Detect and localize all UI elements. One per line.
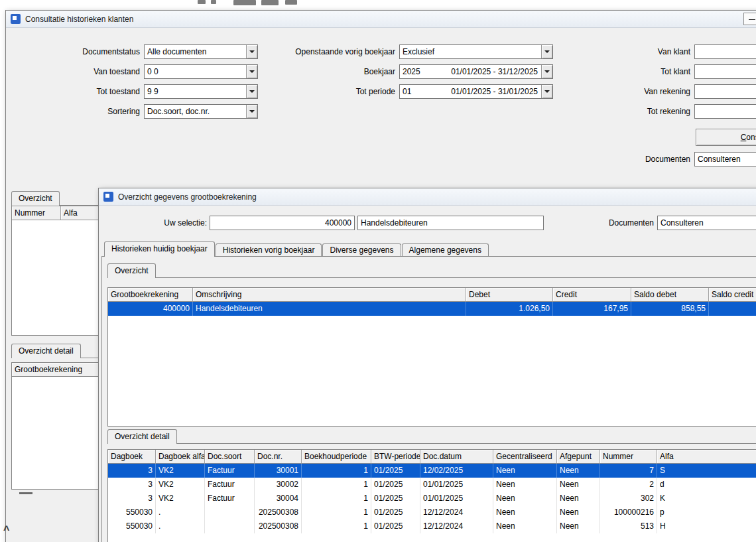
clipped-toolbar-artifact (198, 0, 206, 4)
column-header-nummer[interactable]: Nummer (12, 206, 61, 220)
column-header[interactable]: BTW-periode (371, 450, 420, 464)
sortering-select[interactable]: Doc.soort, doc.nr. (144, 104, 258, 119)
cell: VK2 (156, 478, 205, 492)
column-header-grootboekrekening[interactable]: Grootboekrekening (12, 363, 105, 377)
cell: 01/01/2025 (420, 478, 493, 492)
cell: Neen (493, 506, 557, 519)
minimize-button[interactable] (743, 13, 756, 25)
tot-klant-input[interactable] (694, 64, 756, 79)
window-title: Overzicht gegevens grootboekrekening (118, 192, 257, 202)
cell: Neen (557, 492, 600, 506)
tot-rekening-label: Tot rekening (571, 104, 690, 119)
selectie-code-input[interactable] (210, 216, 355, 230)
cell: 30001 (255, 464, 302, 478)
chevron-up-icon[interactable]: ^ (3, 525, 9, 535)
table-row[interactable]: 550030 . 202500308 1 01/2025 12/12/2024 … (108, 519, 756, 533)
boekjaar-label: Boekjaar (258, 64, 395, 79)
cell (205, 506, 255, 519)
uw-selectie-label: Uw selectie: (135, 216, 207, 230)
cell: 513 (600, 519, 657, 533)
table-row[interactable]: 3 VK2 Factuur 30002 1 01/2025 01/01/2025… (108, 478, 756, 492)
documentstatus-label: Documentstatus (26, 44, 140, 59)
tot-toestand-value: 9 9 (145, 85, 246, 98)
openstaande-select[interactable]: Exclusief (399, 44, 553, 59)
cell: 167,95 (553, 302, 631, 316)
van-klant-input[interactable] (694, 44, 756, 59)
cell: 1 (302, 506, 371, 519)
column-header[interactable]: Doc.soort (205, 450, 255, 464)
subtab-overzicht[interactable]: Overzicht (107, 263, 156, 278)
boekjaar-code: 2025 (400, 65, 423, 78)
tot-periode-select[interactable]: 01 01/01/2025 - 31/01/2025 (399, 84, 553, 99)
tab-overzicht-detail[interactable]: Overzicht detail (11, 344, 81, 358)
column-header[interactable]: Dagboek alfa (156, 450, 205, 464)
title-bar[interactable]: Consultatie historieken klanten (6, 11, 756, 28)
table-row[interactable]: 400000 Handelsdebiteuren 1.026,50 167,95… (108, 302, 756, 316)
column-header[interactable]: Credit (553, 288, 631, 302)
cell: 12/12/2024 (420, 519, 493, 533)
screen: Consultatie historieken klanten Document… (0, 0, 756, 542)
column-header[interactable]: Nummer (600, 450, 657, 464)
cell: 302 (600, 492, 657, 506)
tab-historieken-vorig-boekjaar[interactable]: Historieken vorig boekjaar (216, 243, 322, 256)
title-bar[interactable]: Overzicht gegevens grootboekrekening (99, 188, 756, 206)
splitter-grip[interactable] (19, 492, 32, 494)
chevron-down-icon[interactable] (246, 105, 257, 118)
chevron-down-icon[interactable] (246, 65, 257, 78)
column-header[interactable]: Dagboek (108, 450, 156, 464)
main-tabstrip: Historieken huidig boekjaarHistorieken v… (104, 241, 756, 257)
documentstatus-value: Alle documenten (145, 45, 246, 58)
tot-toestand-select[interactable]: 9 9 (144, 84, 258, 99)
tot-klant-label: Tot klant (571, 64, 690, 79)
column-header[interactable]: Omschrijving (193, 288, 466, 302)
selectie-naam-input[interactable] (357, 216, 544, 230)
column-header[interactable]: Boekhoudperiode (302, 450, 371, 464)
subtab-overzicht-detail[interactable]: Overzicht detail (107, 429, 177, 444)
tab-overzicht[interactable]: Overzicht (11, 191, 60, 206)
boekjaar-select[interactable]: 2025 01/01/2025 - 31/12/2025 (399, 64, 553, 79)
cell: VK2 (156, 464, 205, 478)
cell: 2 (600, 478, 657, 492)
tab-content-panel: Overzicht Grootboekrekening Omschrijving… (101, 256, 756, 542)
openstaande-label: Openstaande vorig boekjaar (258, 44, 395, 59)
cell: Factuur (205, 464, 255, 478)
chevron-down-icon[interactable] (541, 65, 552, 78)
table-header-row: Dagboek Dagboek alfa Doc.soort Doc.nr. B… (108, 450, 756, 464)
tot-rekening-input[interactable] (694, 104, 756, 119)
clipped-toolbar-artifact (233, 0, 256, 5)
documenten-field[interactable] (657, 216, 756, 230)
cell: Neen (557, 464, 600, 478)
column-header[interactable]: Grootboekrekening (108, 288, 193, 302)
van-rekening-input[interactable] (694, 84, 756, 99)
documenten-select[interactable]: Consulteren (694, 152, 756, 167)
tab-diverse-gegevens[interactable]: Diverse gegevens (322, 243, 401, 256)
column-header[interactable]: Doc.datum (420, 450, 493, 464)
cell: 01/2025 (371, 519, 420, 533)
column-header[interactable]: Saldo debet (631, 288, 709, 302)
app-icon (103, 192, 113, 202)
table-row[interactable]: 3 VK2 Factuur 30001 1 01/2025 12/02/2025… (108, 464, 756, 478)
consulteren-button[interactable]: Consulteren (696, 129, 756, 146)
cell: . (156, 506, 205, 519)
column-header[interactable]: Afgepunt (557, 450, 600, 464)
tab-algemene-gegevens[interactable]: Algemene gegevens (402, 243, 489, 256)
column-header[interactable]: Doc.nr. (255, 450, 302, 464)
column-header[interactable]: Saldo credit (709, 288, 756, 302)
tab-historieken-huidig-boekjaar[interactable]: Historieken huidig boekjaar (104, 241, 215, 257)
van-toestand-select[interactable]: 0 0 (144, 64, 258, 79)
column-header[interactable]: Debet (466, 288, 553, 302)
cell: 3 (108, 492, 156, 506)
table-row[interactable]: 550030 . 202500308 1 01/2025 12/12/2024 … (108, 506, 756, 519)
column-header[interactable]: Gecentraliseerd (493, 450, 557, 464)
documentstatus-select[interactable]: Alle documenten (144, 44, 258, 59)
cell: 30002 (255, 478, 302, 492)
column-header[interactable]: Alfa (657, 450, 756, 464)
chevron-down-icon[interactable] (541, 45, 552, 58)
cell: 01/2025 (371, 464, 420, 478)
table-row[interactable]: 3 VK2 Factuur 30004 1 01/2025 01/01/2025… (108, 492, 756, 506)
cell: 01/2025 (371, 506, 420, 519)
chevron-down-icon[interactable] (246, 45, 257, 58)
cell: 3 (108, 478, 156, 492)
chevron-down-icon[interactable] (541, 85, 552, 98)
chevron-down-icon[interactable] (246, 85, 257, 98)
